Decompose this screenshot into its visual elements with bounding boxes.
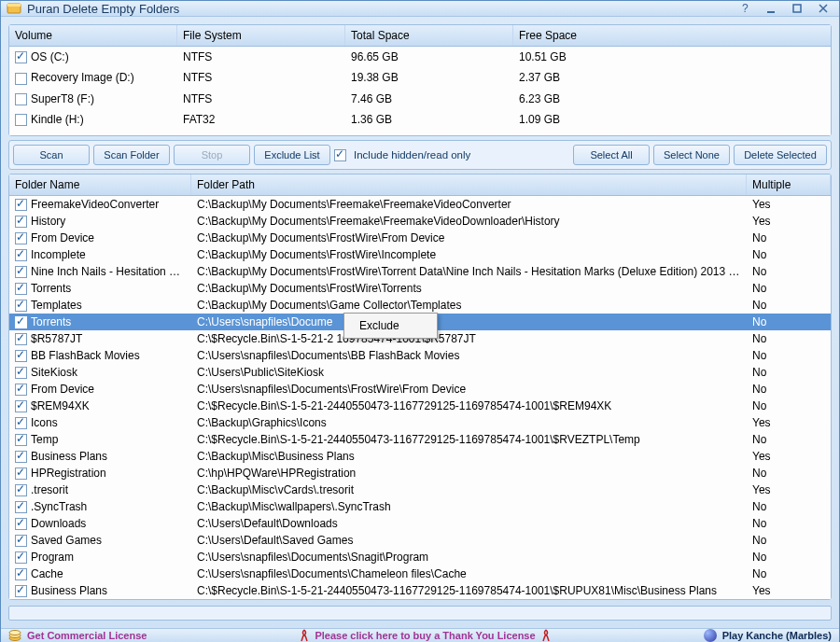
checkbox-icon[interactable] — [15, 266, 27, 278]
app-window: Puran Delete Empty Folders ? Volume File… — [0, 0, 840, 642]
checkbox-icon[interactable] — [15, 216, 27, 228]
svg-rect-3 — [767, 11, 775, 13]
close-button[interactable] — [813, 1, 833, 16]
checkbox-icon[interactable] — [15, 468, 27, 480]
col-totalspace[interactable]: Total Space — [345, 25, 513, 46]
context-exclude[interactable]: Exclude — [344, 314, 437, 338]
checkbox-icon[interactable] — [15, 551, 27, 564]
thankyou-license-link[interactable]: Please click here to buy a Thank You Lic… — [156, 629, 693, 642]
checkbox-icon[interactable] — [15, 518, 27, 530]
folder-row[interactable]: SiteKioskC:\Users\Public\SiteKioskNo — [9, 364, 831, 381]
app-title: Puran Delete Empty Folders — [27, 2, 729, 16]
scan-folder-button[interactable]: Scan Folder — [93, 145, 170, 165]
checkbox-icon[interactable] — [15, 232, 27, 244]
select-none-button[interactable]: Select None — [653, 145, 730, 165]
checkbox-icon[interactable] — [15, 451, 27, 463]
volume-row[interactable]: SuperT8 (F:)NTFS7.46 GB6.23 GB — [9, 89, 831, 109]
ribbon-icon — [300, 629, 309, 642]
checkbox-icon[interactable] — [15, 568, 27, 580]
checkbox-icon[interactable] — [15, 199, 27, 211]
checkbox-icon[interactable] — [15, 417, 27, 429]
svg-rect-4 — [793, 5, 801, 12]
select-all-button[interactable]: Select All — [573, 145, 650, 165]
include-hidden-label: Include hidden/read only — [354, 149, 470, 160]
checkbox-icon[interactable] — [15, 585, 27, 597]
folders-list[interactable]: FreemakeVideoConverterC:\Backup\My Docum… — [9, 196, 831, 599]
folder-row[interactable]: Saved GamesC:\Users\Default\Saved GamesN… — [9, 532, 831, 549]
checkbox-icon[interactable] — [15, 400, 27, 412]
folders-header: Folder Name Folder Path Multiple — [9, 174, 831, 196]
checkbox-icon[interactable] — [15, 333, 27, 345]
exclude-list-button[interactable]: Exclude List — [254, 145, 330, 165]
folder-row[interactable]: CacheC:\Users\snapfiles\Documents\Chamel… — [9, 565, 831, 582]
folder-row[interactable]: IconsC:\Backup\Graphics\IconsYes — [9, 414, 831, 431]
folder-row[interactable]: Business PlansC:\$Recycle.Bin\S-1-5-21-2… — [9, 582, 831, 599]
checkbox-icon[interactable] — [15, 484, 27, 496]
checkbox-icon[interactable] — [15, 535, 27, 547]
folder-row[interactable]: TemplatesC:\Backup\My Documents\Game Col… — [9, 297, 831, 314]
folder-row[interactable]: Nine Inch Nails - Hesitation Marks...C:\… — [9, 263, 831, 280]
volume-row[interactable]: Kindle (H:)FAT321.36 GB1.09 GB — [9, 109, 831, 130]
checkbox-icon[interactable] — [15, 51, 27, 63]
folder-row[interactable]: .SyncTrashC:\Backup\Misc\wallpapers\.Syn… — [9, 498, 831, 515]
thankyou-label: Please click here to buy a Thank You Lic… — [315, 630, 535, 641]
volumes-list[interactable]: OS (C:)NTFS96.65 GB10.51 GBRecovery Imag… — [9, 47, 831, 135]
col-folder-name[interactable]: Folder Name — [9, 174, 191, 195]
commercial-license-link[interactable]: Get Commercial License — [8, 629, 147, 642]
col-volume[interactable]: Volume — [9, 25, 177, 46]
app-icon — [7, 1, 21, 16]
checkbox-icon[interactable] — [15, 249, 27, 261]
folder-row[interactable]: IncompleteC:\Backup\My Documents\FrostWi… — [9, 246, 831, 263]
checkbox-icon[interactable] — [15, 384, 27, 396]
include-hidden-checkbox[interactable]: Include hidden/read only — [334, 149, 470, 161]
volume-row[interactable]: Recovery Image (D:)NTFS19.38 GB2.37 GB — [9, 67, 831, 88]
checkbox-icon[interactable] — [15, 283, 27, 295]
folders-panel: Folder Name Folder Path Multiple Freemak… — [8, 174, 832, 600]
checkbox-icon[interactable] — [15, 73, 27, 85]
help-button[interactable]: ? — [735, 1, 755, 16]
checkbox-icon[interactable] — [15, 501, 27, 513]
folder-row[interactable]: HPRegistrationC:\hp\HPQWare\HPRegistrati… — [9, 465, 831, 482]
status-bar — [8, 606, 832, 621]
stack-icon — [8, 629, 21, 642]
scan-button[interactable]: Scan — [13, 145, 90, 165]
folder-row[interactable]: HistoryC:\Backup\My Documents\Freemake\F… — [9, 213, 831, 230]
checkbox-icon[interactable] — [15, 367, 27, 379]
delete-selected-button[interactable]: Delete Selected — [734, 145, 827, 165]
checkbox-icon[interactable] — [15, 350, 27, 362]
main-area: Volume File System Total Space Free Spac… — [1, 17, 839, 628]
stop-button: Stop — [174, 145, 250, 165]
folder-row[interactable]: TempC:\$Recycle.Bin\S-1-5-21-2440550473-… — [9, 431, 831, 448]
folder-row[interactable]: Business PlansC:\Backup\Misc\Business Pl… — [9, 448, 831, 465]
play-kanche-link[interactable]: Play Kanche (Marbles) — [704, 629, 832, 642]
checkbox-icon[interactable] — [15, 434, 27, 446]
folder-row[interactable]: From DeviceC:\Users\snapfiles\Documents\… — [9, 381, 831, 398]
col-filesystem[interactable]: File System — [177, 25, 345, 46]
volume-row[interactable]: Storage (I:)NTFS596.17 GB149.44 GB — [9, 130, 831, 135]
folder-row[interactable]: FreemakeVideoConverterC:\Backup\My Docum… — [9, 196, 831, 213]
checkbox-icon — [334, 149, 346, 161]
folder-row[interactable]: From DeviceC:\Backup\My Documents\FrostW… — [9, 230, 831, 246]
svg-rect-1 — [7, 4, 21, 7]
col-multiple[interactable]: Multiple — [747, 174, 831, 195]
titlebar: Puran Delete Empty Folders ? — [1, 1, 839, 17]
commercial-label: Get Commercial License — [27, 630, 147, 641]
checkbox-icon[interactable] — [15, 114, 27, 126]
marble-icon — [704, 629, 717, 642]
folder-row[interactable]: BB FlashBack MoviesC:\Users\snapfiles\Do… — [9, 347, 831, 364]
col-folder-path[interactable]: Folder Path — [191, 174, 747, 195]
maximize-button[interactable] — [787, 1, 807, 16]
folder-row[interactable]: $REM94XKC:\$Recycle.Bin\S-1-5-21-2440550… — [9, 398, 831, 414]
checkbox-icon[interactable] — [15, 300, 27, 312]
folder-row[interactable]: ProgramC:\Users\snapfiles\Documents\Snag… — [9, 549, 831, 565]
folder-row[interactable]: DownloadsC:\Users\Default\DownloadsNo — [9, 515, 831, 532]
checkbox-icon[interactable] — [15, 316, 27, 328]
folder-row[interactable]: TorrentsC:\Backup\My Documents\FrostWire… — [9, 280, 831, 297]
col-freespace[interactable]: Free Space — [513, 25, 831, 46]
minimize-button[interactable] — [761, 1, 781, 16]
checkbox-icon[interactable] — [15, 93, 27, 105]
ribbon-icon — [541, 629, 551, 642]
footer: Get Commercial License Please click here… — [1, 628, 839, 642]
volume-row[interactable]: OS (C:)NTFS96.65 GB10.51 GB — [9, 47, 831, 67]
folder-row[interactable]: .tresoritC:\Backup\Misc\vCards\.tresorit… — [9, 482, 831, 498]
